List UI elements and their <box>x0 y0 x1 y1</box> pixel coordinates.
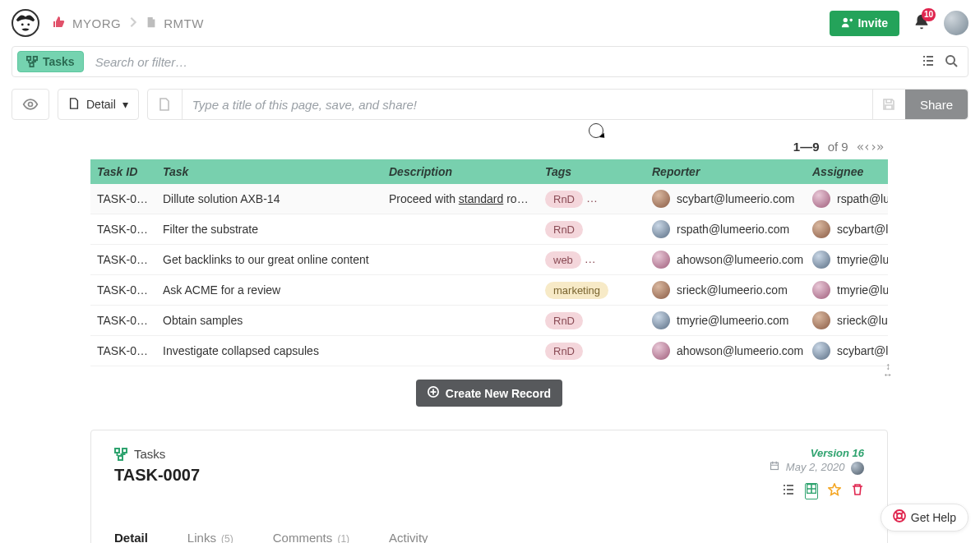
breadcrumb-org[interactable]: MYORG <box>72 16 121 30</box>
detail-date: May 2, 2020 <box>770 461 864 475</box>
tag[interactable]: RnD <box>545 312 583 329</box>
collection-chip-tasks[interactable]: Tasks <box>17 51 84 72</box>
grid-view-icon[interactable] <box>805 483 818 499</box>
tasks-table: Task ID Task Description Tags Reporter A… <box>90 159 888 366</box>
cell-task-id[interactable]: TASK-0003 <box>90 245 156 275</box>
cell-assignee[interactable]: scybart@lu <box>806 214 888 245</box>
app-logo[interactable] <box>12 9 39 37</box>
table-row[interactable]: TASK-0003Get backlinks to our great onli… <box>90 245 888 275</box>
visibility-button[interactable] <box>12 89 49 120</box>
cell-task-id[interactable]: TASK-0001 <box>90 184 156 214</box>
breadcrumb-page[interactable]: RMTW <box>164 16 204 30</box>
cell-task[interactable]: Dillute solution AXB-14 <box>156 184 382 214</box>
cell-assignee[interactable]: rspath@lum <box>806 184 888 214</box>
get-help-button[interactable]: Get Help <box>881 504 968 531</box>
detail-tabs: Detail Links (5) Comments (1) Activity <box>114 522 864 543</box>
svg-rect-11 <box>118 456 122 460</box>
cell-assignee[interactable]: scybart@lu <box>806 336 888 366</box>
tag[interactable]: RnD <box>545 221 583 238</box>
cell-tags[interactable]: webmarketing <box>539 245 645 275</box>
tag[interactable]: RnD <box>545 343 583 360</box>
search-icon[interactable] <box>945 54 958 70</box>
tasks-table-wrap: 1—9 of 9 «‹›» Task ID Task Description T… <box>90 136 888 407</box>
table-row[interactable]: TASK-0001Dillute solution AXB-14Proceed … <box>90 184 888 214</box>
chevron-right-icon <box>127 16 139 30</box>
detail-collection-label[interactable]: Tasks <box>114 447 200 461</box>
cell-task-id[interactable]: TASK-0006 <box>90 336 156 366</box>
avatar <box>812 220 830 238</box>
pager-of: of 9 <box>828 140 848 154</box>
tab-comments[interactable]: Comments (1) <box>273 522 349 543</box>
col-assignee[interactable]: Assignee <box>806 159 888 184</box>
col-reporter[interactable]: Reporter <box>645 159 806 184</box>
share-button[interactable]: Share <box>905 90 968 119</box>
list-view-icon[interactable] <box>782 483 795 499</box>
invite-button[interactable]: Invite <box>830 11 899 36</box>
avatar <box>652 251 670 269</box>
cell-task[interactable]: Get backlinks to our great online conten… <box>156 245 382 275</box>
detail-author-avatar[interactable] <box>851 462 864 475</box>
tab-links[interactable]: Links (5) <box>187 522 233 543</box>
cell-tags[interactable]: RnD <box>539 306 645 336</box>
cell-description[interactable] <box>382 245 539 275</box>
create-record-button[interactable]: Create New Record <box>416 380 562 407</box>
page-title-input[interactable] <box>183 90 872 119</box>
pager-arrows[interactable]: «‹›» <box>857 140 883 154</box>
table-row[interactable]: TASK-0005Filter the substrateRnDrspath@l… <box>90 214 888 245</box>
calendar-icon <box>770 461 779 473</box>
tag[interactable]: RnD <box>545 191 583 208</box>
cell-description[interactable] <box>382 275 539 306</box>
save-button[interactable] <box>872 90 905 119</box>
cell-task-id[interactable]: TASK-0002 <box>90 275 156 306</box>
cell-description[interactable] <box>382 336 539 366</box>
notifications-bell[interactable]: 10 <box>913 13 931 34</box>
cell-task[interactable]: Filter the substrate <box>156 214 382 245</box>
cell-reporter[interactable]: tmyrie@lumeerio.com <box>645 306 806 336</box>
resize-handle-icon[interactable]: ↕↔ <box>883 362 893 379</box>
cell-tags[interactable]: RnDbusiness <box>539 184 645 214</box>
cell-task[interactable]: Obtain samples <box>156 306 382 336</box>
cell-tags[interactable]: RnD <box>539 214 645 245</box>
cell-assignee[interactable]: tmyrie@lum <box>806 245 888 275</box>
cell-task-id[interactable]: TASK-0004 <box>90 306 156 336</box>
avatar <box>652 190 670 208</box>
detail-version[interactable]: Version 16 <box>770 447 864 459</box>
table-row[interactable]: TASK-0006Investigate collapsed capsulesR… <box>90 336 888 366</box>
cell-reporter[interactable]: ahowson@lumeerio.com <box>645 245 806 275</box>
view-mode-dropdown[interactable]: Detail ▾ <box>58 89 139 120</box>
col-description[interactable]: Description <box>382 159 539 184</box>
cell-description[interactable] <box>382 214 539 245</box>
tag[interactable]: marketing <box>545 282 608 299</box>
col-task-id[interactable]: Task ID <box>90 159 156 184</box>
tab-activity[interactable]: Activity <box>389 522 428 543</box>
cell-task[interactable]: Investigate collapsed capsules <box>156 336 382 366</box>
star-icon[interactable] <box>828 483 841 499</box>
trash-icon[interactable] <box>851 483 864 499</box>
list-icon[interactable] <box>922 54 935 70</box>
search-input[interactable] <box>84 55 912 69</box>
cell-description[interactable] <box>382 306 539 336</box>
cell-assignee[interactable]: srieck@lum <box>806 306 888 336</box>
tab-detail[interactable]: Detail <box>114 522 148 543</box>
cell-reporter[interactable]: scybart@lumeerio.com <box>645 184 806 214</box>
user-plus-icon <box>841 16 853 30</box>
cell-description[interactable]: Proceed with standard routines. <box>382 184 539 214</box>
title-row: Detail ▾ Share <box>12 89 968 120</box>
cell-tags[interactable]: marketing <box>539 275 645 306</box>
col-task[interactable]: Task <box>156 159 382 184</box>
cell-task-id[interactable]: TASK-0005 <box>90 214 156 245</box>
table-row[interactable]: TASK-0004Obtain samplesRnDtmyrie@lumeeri… <box>90 306 888 336</box>
tag[interactable]: web <box>545 251 581 269</box>
detail-record-title: TASK-0007 <box>114 466 200 485</box>
cell-reporter[interactable]: rspath@lumeerio.com <box>645 214 806 245</box>
col-tags[interactable]: Tags <box>539 159 645 184</box>
cell-reporter[interactable]: ahowson@lumeerio.com <box>645 336 806 366</box>
table-row[interactable]: TASK-0002Ask ACME for a reviewmarketings… <box>90 275 888 306</box>
user-avatar[interactable] <box>944 11 968 35</box>
cell-tags[interactable]: RnD <box>539 336 645 366</box>
svg-point-7 <box>29 103 33 107</box>
reporter-email: ahowson@lumeerio.com <box>677 344 803 357</box>
cell-assignee[interactable]: tmyrie@lum <box>806 275 888 306</box>
cell-task[interactable]: Ask ACME for a review <box>156 275 382 306</box>
cell-reporter[interactable]: srieck@lumeerio.com <box>645 275 806 306</box>
